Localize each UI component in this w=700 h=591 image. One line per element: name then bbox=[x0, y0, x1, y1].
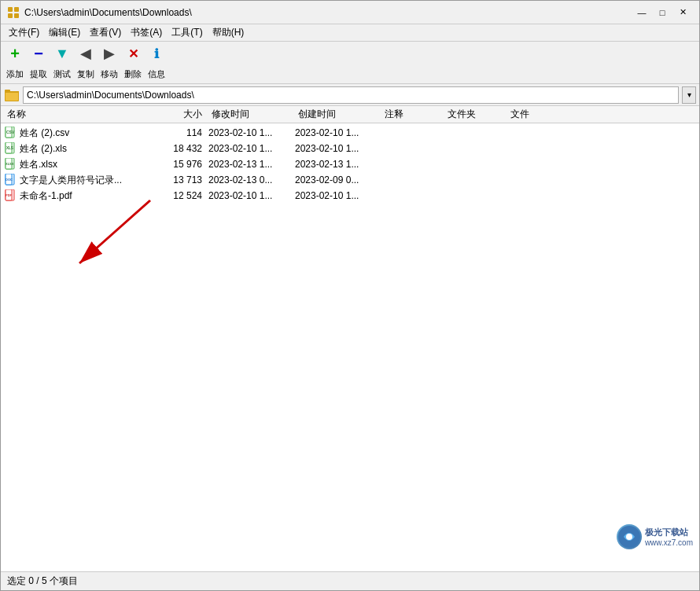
toolbar: + − ▼ ◀ ▶ ✕ ℹ 添加 提取 测试 复制 移动 删除 信息 bbox=[1, 42, 699, 84]
maximize-button[interactable]: □ bbox=[652, 4, 672, 21]
column-headers: 名称 大小 修改时间 创建时间 注释 文件夹 文件 bbox=[1, 106, 699, 123]
file-modified: 2023-02-13 0... bbox=[208, 174, 295, 185]
toolbar-labels: 添加 提取 测试 复制 移动 删除 信息 bbox=[1, 65, 699, 83]
file-list: CSV 姓名 (2).csv 114 2023-02-10 1... 2023-… bbox=[1, 123, 699, 571]
file-name: 姓名.xlsx bbox=[20, 158, 161, 171]
table-row[interactable]: XLSX 姓名.xlsx 15 976 2023-02-13 1... 2023… bbox=[1, 156, 699, 172]
watermark-logo bbox=[617, 524, 642, 549]
delete-button[interactable]: ✕ bbox=[122, 43, 144, 64]
main-window: C:\Users\admin\Documents\Downloads\ — □ … bbox=[0, 0, 700, 591]
xlsx-icon: XLSX bbox=[4, 157, 18, 171]
col-header-comment: 注释 bbox=[381, 108, 444, 121]
menu-bookmarks[interactable]: 书签(A) bbox=[126, 24, 167, 41]
extract-label: 提取 bbox=[28, 68, 50, 80]
file-modified: 2023-02-10 1... bbox=[208, 143, 295, 154]
file-created: 2023-02-09 0... bbox=[295, 174, 381, 185]
file-size: 12 524 bbox=[161, 190, 208, 201]
status-bar: 选定 0 / 5 个项目 bbox=[1, 571, 699, 590]
move-label: 移动 bbox=[98, 68, 120, 80]
file-size: 13 713 bbox=[161, 174, 208, 185]
menu-edit[interactable]: 编辑(E) bbox=[44, 24, 85, 41]
close-button[interactable]: ✕ bbox=[672, 4, 693, 21]
file-created: 2023-02-13 1... bbox=[295, 159, 381, 170]
title-bar: C:\Users\admin\Documents\Downloads\ — □ … bbox=[1, 1, 699, 24]
address-input[interactable] bbox=[23, 86, 679, 104]
address-bar: ▾ bbox=[1, 84, 699, 106]
menu-help[interactable]: 帮助(H) bbox=[208, 24, 249, 41]
test-label: 测试 bbox=[51, 68, 73, 80]
watermark-text-block: 极光下载站 www.xz7.com bbox=[645, 527, 693, 547]
svg-rect-1 bbox=[14, 7, 19, 12]
csv-icon: CSV bbox=[4, 126, 18, 140]
info-button[interactable]: ℹ bbox=[146, 43, 168, 64]
col-header-name: 名称 bbox=[4, 108, 161, 121]
file-size: 114 bbox=[161, 127, 208, 138]
watermark: 极光下载站 www.xz7.com bbox=[617, 524, 693, 549]
menu-tools[interactable]: 工具(T) bbox=[167, 24, 207, 41]
svg-text:DOC: DOC bbox=[6, 178, 13, 182]
address-dropdown[interactable]: ▾ bbox=[682, 86, 696, 104]
file-name: 文字是人类用符号记录... bbox=[20, 174, 161, 187]
svg-point-26 bbox=[626, 534, 632, 540]
col-header-file: 文件 bbox=[507, 108, 554, 121]
add-button[interactable]: + bbox=[4, 43, 26, 64]
file-name: 未命名-1.pdf bbox=[20, 189, 161, 203]
file-modified: 2023-02-13 1... bbox=[208, 159, 295, 170]
menu-bar: 文件(F) 编辑(E) 查看(V) 书签(A) 工具(T) 帮助(H) bbox=[1, 24, 699, 42]
file-created: 2023-02-10 1... bbox=[295, 143, 381, 154]
watermark-site-name: 极光下载站 bbox=[645, 527, 693, 538]
svg-rect-6 bbox=[6, 92, 18, 101]
file-name: 姓名 (2).csv bbox=[20, 127, 161, 140]
copy-label: 复制 bbox=[75, 68, 97, 80]
file-created: 2023-02-10 1... bbox=[295, 127, 381, 138]
file-modified: 2023-02-10 1... bbox=[208, 127, 295, 138]
file-modified: 2023-02-10 1... bbox=[208, 190, 295, 201]
col-header-modified: 修改时间 bbox=[208, 108, 295, 121]
test-button[interactable]: ▼ bbox=[51, 43, 73, 64]
title-bar-left: C:\Users\admin\Documents\Downloads\ bbox=[7, 6, 192, 19]
col-header-folder: 文件夹 bbox=[444, 108, 507, 121]
svg-text:XLSX: XLSX bbox=[6, 162, 14, 166]
col-header-created: 创建时间 bbox=[295, 108, 381, 121]
svg-rect-0 bbox=[8, 7, 13, 12]
svg-rect-3 bbox=[14, 13, 19, 18]
col-header-size: 大小 bbox=[161, 108, 208, 121]
move-button[interactable]: ▶ bbox=[98, 43, 120, 64]
toolbar-icons: + − ▼ ◀ ▶ ✕ ℹ bbox=[1, 42, 699, 65]
minimize-button[interactable]: — bbox=[632, 4, 652, 21]
file-created: 2023-02-10 1... bbox=[295, 190, 381, 201]
copy-button[interactable]: ◀ bbox=[75, 43, 97, 64]
file-size: 15 976 bbox=[161, 159, 208, 170]
svg-text:CSV: CSV bbox=[6, 130, 15, 134]
add-label: 添加 bbox=[4, 68, 26, 80]
window-title: C:\Users\admin\Documents\Downloads\ bbox=[24, 7, 192, 18]
svg-text:PDF: PDF bbox=[6, 193, 13, 197]
table-row[interactable]: DOC 文字是人类用符号记录... 13 713 2023-02-13 0...… bbox=[1, 172, 699, 188]
watermark-url: www.xz7.com bbox=[645, 538, 693, 547]
xls-icon: XLS bbox=[4, 141, 18, 156]
status-text: 选定 0 / 5 个项目 bbox=[7, 574, 78, 588]
extract-button[interactable]: − bbox=[28, 43, 50, 64]
window-icon bbox=[7, 6, 20, 19]
svg-text:XLS: XLS bbox=[6, 146, 13, 150]
info-label: 信息 bbox=[146, 68, 168, 80]
address-folder-icon bbox=[4, 87, 20, 103]
menu-file[interactable]: 文件(F) bbox=[4, 24, 44, 41]
table-row[interactable]: PDF 未命名-1.pdf 12 524 2023-02-10 1... 202… bbox=[1, 188, 699, 204]
title-bar-controls: — □ ✕ bbox=[632, 4, 693, 21]
menu-view[interactable]: 查看(V) bbox=[85, 24, 126, 41]
file-size: 18 432 bbox=[161, 143, 208, 154]
table-row[interactable]: CSV 姓名 (2).csv 114 2023-02-10 1... 2023-… bbox=[1, 125, 699, 141]
svg-rect-2 bbox=[8, 13, 13, 18]
delete-label: 删除 bbox=[122, 68, 144, 80]
pdf-icon: PDF bbox=[4, 189, 18, 203]
file-name: 姓名 (2).xls bbox=[20, 142, 161, 156]
main-content: 名称 大小 修改时间 创建时间 注释 文件夹 文件 CSV 姓名 (2).csv bbox=[1, 106, 699, 571]
doc-icon: DOC bbox=[4, 173, 18, 187]
svg-rect-7 bbox=[5, 91, 19, 93]
table-row[interactable]: XLS 姓名 (2).xls 18 432 2023-02-10 1... 20… bbox=[1, 141, 699, 156]
